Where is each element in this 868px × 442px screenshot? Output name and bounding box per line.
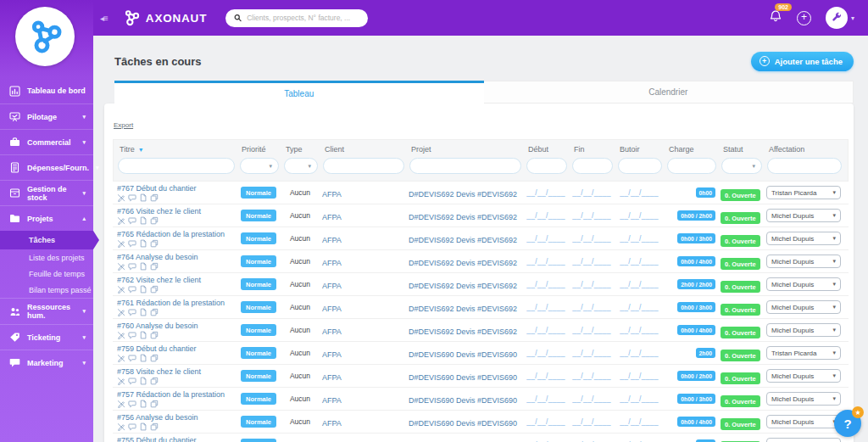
assignee-select[interactable]: Michel Dupuis ▾ [766,277,841,291]
filter-titre-input[interactable] [118,158,235,174]
filter-charge-input[interactable] [667,158,716,174]
due-date-field[interactable]: __/__/____ [620,257,659,266]
sidebar-item-depenses[interactable]: Dépenses/Fourn. ▾ [0,154,93,180]
sidebar-item-ticketing[interactable]: Ticketing ▾ [0,324,93,350]
comment-icon[interactable] [128,377,136,385]
sidebar-item-tableau-de-bord[interactable]: Tableau de bord [0,78,93,104]
due-date-field[interactable]: __/__/____ [620,372,659,380]
edit-strikethrough-icon[interactable] [117,262,125,271]
start-date-field[interactable]: __/__/____ [526,372,565,380]
duplicate-icon[interactable] [150,308,159,316]
filter-affectation-input[interactable] [767,158,842,174]
project-link[interactable]: D#DEVIS690 Devis #DEVIS690 [409,373,517,382]
sidebar-item-commercial[interactable]: Commercial ▾ [0,129,93,154]
due-date-field[interactable]: __/__/____ [620,394,659,403]
client-link[interactable]: AFPA [322,350,342,359]
document-icon[interactable] [139,308,147,316]
document-icon[interactable] [139,216,147,225]
client-link[interactable]: AFPA [322,419,342,428]
comment-icon[interactable] [128,216,136,225]
comment-icon[interactable] [128,354,136,362]
due-date-field[interactable]: __/__/____ [620,349,659,357]
sidebar-item-projets[interactable]: Projets ▴ [0,205,93,231]
task-title-link[interactable]: #764 Analyse du besoin [117,253,234,261]
filter-statut-select[interactable]: ▾ [721,158,762,174]
document-icon[interactable] [139,354,147,362]
due-date-field[interactable]: __/__/____ [620,188,659,197]
duplicate-icon[interactable] [150,216,159,225]
start-date-field[interactable]: __/__/____ [526,394,565,403]
task-title-link[interactable]: #755 Début du chantier [117,436,234,442]
sidebar-item-ressources-hum[interactable]: Ressources hum. ▾ [0,299,93,324]
client-link[interactable]: AFPA [322,190,342,199]
edit-strikethrough-icon[interactable] [117,285,125,294]
global-search[interactable] [225,9,368,27]
client-link[interactable]: AFPA [322,373,342,382]
task-title-link[interactable]: #766 Visite chez le client [117,207,234,215]
duplicate-icon[interactable] [150,422,159,431]
project-link[interactable]: D#DEVIS692 Devis #DEVIS692 [409,327,517,336]
edit-strikethrough-icon[interactable] [117,308,125,316]
edit-strikethrough-icon[interactable] [117,400,125,408]
brand-logo[interactable]: AXONAUT [123,9,207,26]
client-link[interactable]: AFPA [322,259,342,267]
sidebar-collapse-icon[interactable]: ◂≡ [100,14,108,23]
project-link[interactable]: D#DEVIS692 Devis #DEVIS692 [409,236,517,244]
comment-icon[interactable] [128,331,136,339]
start-date-field[interactable]: __/__/____ [526,417,565,426]
assignee-select[interactable]: Michel Dupuis ▾ [766,300,841,314]
assignee-select[interactable]: Michel Dupuis ▾ [766,392,841,406]
filter-client-input[interactable] [323,158,404,174]
client-link[interactable]: AFPA [322,236,342,244]
duplicate-icon[interactable] [150,239,159,248]
client-link[interactable]: AFPA [322,213,342,221]
comment-icon[interactable] [128,193,136,202]
comment-icon[interactable] [128,285,136,294]
sidebar-item-feuille-de-temps[interactable]: Feuille de temps [0,266,93,282]
filter-debut-input[interactable] [526,158,567,174]
task-title-link[interactable]: #767 Début du chantier [117,184,234,193]
tab-tableau[interactable]: Tableau [114,81,484,104]
task-title-link[interactable]: #759 Début du chantier [117,344,234,353]
document-icon[interactable] [139,193,147,202]
filter-projet-input[interactable] [409,158,521,174]
comment-icon[interactable] [128,422,136,431]
client-link[interactable]: AFPA [322,396,342,405]
search-input[interactable] [247,14,359,22]
task-title-link[interactable]: #761 Rédaction de la prestation [117,299,234,307]
document-icon[interactable] [139,422,147,431]
task-title-link[interactable]: #758 Visite chez le client [117,367,234,376]
start-date-field[interactable]: __/__/____ [526,211,565,220]
notifications-button[interactable]: 902 [769,9,782,26]
project-link[interactable]: D#DEVIS690 Devis #DEVIS690 [409,350,517,359]
project-link[interactable]: D#DEVIS690 Devis #DEVIS690 [409,419,517,428]
document-icon[interactable] [139,262,147,271]
due-date-field[interactable]: __/__/____ [620,234,659,243]
edit-strikethrough-icon[interactable] [117,331,125,339]
sidebar-item-pilotage[interactable]: Pilotage ▾ [0,104,93,129]
comment-icon[interactable] [128,400,136,408]
sort-descending-icon[interactable]: ▼ [138,147,144,153]
due-date-field[interactable]: __/__/____ [620,303,659,311]
filter-type-select[interactable]: ▾ [284,158,318,174]
end-date-field[interactable]: __/__/____ [572,257,611,266]
assignee-select[interactable]: Tristan Picarda ▾ [766,438,841,442]
duplicate-icon[interactable] [150,285,159,294]
end-date-field[interactable]: __/__/____ [572,280,611,288]
assignee-select[interactable]: Tristan Picarda ▾ [766,346,841,360]
document-icon[interactable] [139,239,147,248]
end-date-field[interactable]: __/__/____ [572,417,611,426]
task-title-link[interactable]: #762 Visite chez le client [117,276,234,284]
assignee-select[interactable]: Michel Dupuis ▾ [766,323,841,337]
end-date-field[interactable]: __/__/____ [572,349,611,357]
duplicate-icon[interactable] [150,262,159,271]
start-date-field[interactable]: __/__/____ [526,303,565,311]
project-link[interactable]: D#DEVIS692 Devis #DEVIS692 [409,190,517,199]
duplicate-icon[interactable] [150,331,159,339]
quick-add-button[interactable]: + [797,11,811,25]
comment-icon[interactable] [128,239,136,248]
start-date-field[interactable]: __/__/____ [526,326,565,334]
end-date-field[interactable]: __/__/____ [572,211,611,220]
client-link[interactable]: AFPA [322,305,342,313]
sidebar-item-marketing[interactable]: Marketing ▾ [0,350,93,375]
